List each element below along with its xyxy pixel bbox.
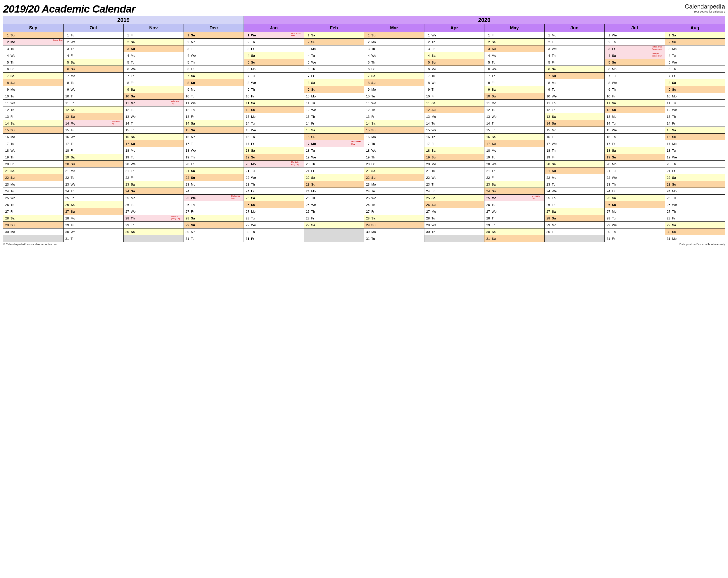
- day-cell: 2 Su: [304, 39, 364, 46]
- day-cell: 14 Sa: [184, 120, 244, 127]
- day-cell: 10 Mo: [665, 93, 725, 100]
- day-cell: 21 Su: [544, 167, 605, 174]
- page-title: 2019/20 Academic Calendar: [3, 3, 135, 15]
- day-cell: 30 Tu: [544, 229, 605, 235]
- day-cell: 15 Fr: [124, 127, 184, 134]
- day-cell: 9 Sa: [124, 86, 184, 93]
- day-cell: 31 Tu: [184, 235, 244, 242]
- day-cell: 11 Sa: [424, 100, 485, 106]
- day-cell: 21 Sa: [184, 167, 244, 174]
- day-cell: 13 Mo: [244, 113, 304, 120]
- day-cell: 23 Sa: [124, 181, 184, 188]
- day-cell: 13 Mo: [424, 113, 485, 120]
- day-cell: 24 We: [544, 188, 605, 194]
- day-cell: 25 We: [364, 194, 424, 201]
- day-cell: 18 We: [364, 147, 424, 154]
- day-cell: 4 Mo: [124, 52, 184, 59]
- day-cell: 21 Th: [485, 167, 545, 174]
- day-cell: [544, 235, 605, 242]
- day-cell: 21 Fr: [304, 167, 364, 174]
- day-cell: 16 Tu: [544, 134, 605, 140]
- day-cell: 9 Th: [424, 86, 485, 93]
- day-cell: 9 Th: [244, 86, 304, 93]
- day-cell: 13 Fr: [184, 113, 244, 120]
- month-header: Mar: [364, 24, 424, 32]
- day-cell: 19 We: [665, 154, 725, 161]
- day-cell: 7 Tu: [424, 73, 485, 79]
- day-cell: 19 Th: [184, 154, 244, 161]
- day-cell: 1 Sa: [304, 32, 364, 39]
- day-cell: 14 Tu: [244, 120, 304, 127]
- day-cell: 1 Su: [364, 32, 424, 39]
- day-cell: 17 Fr: [605, 140, 665, 147]
- day-cell: 4 SaIndepen-dence Day: [605, 52, 665, 59]
- day-cell: 9 Th: [605, 86, 665, 93]
- day-cell: 4 Th: [544, 52, 605, 59]
- day-cell: 12 Th: [364, 106, 424, 113]
- day-cell: 22 Su: [3, 174, 63, 181]
- day-cell: 31 Tu: [364, 235, 424, 242]
- day-cell: 22 Fr: [124, 174, 184, 181]
- day-cell: 25 Th: [544, 194, 605, 201]
- day-cell: 9 Su: [304, 86, 364, 93]
- day-cell: 9 Mo: [364, 86, 424, 93]
- month-header: Jul: [605, 24, 665, 32]
- day-cell: 23 Th: [605, 181, 665, 188]
- day-cell: 28 Tu: [424, 215, 485, 222]
- day-cell: 29 Su: [364, 222, 424, 229]
- month-header: Feb: [304, 24, 364, 32]
- day-cell: 16 Th: [244, 134, 304, 140]
- day-cell: 28 Sa: [364, 215, 424, 222]
- day-cell: 7 Th: [485, 73, 545, 79]
- day-cell: 16 We: [63, 134, 124, 140]
- day-cell: 3 Tu: [3, 46, 63, 52]
- day-cell: 12 Tu: [124, 106, 184, 113]
- day-cell: 6 Mo: [424, 66, 485, 73]
- day-cell: 31 Su: [485, 235, 545, 242]
- day-cell: 14 Sa: [3, 120, 63, 127]
- day-cell: 23 Su: [304, 181, 364, 188]
- day-cell: 24 Fr: [605, 188, 665, 194]
- day-cell: 16 Sa: [485, 134, 545, 140]
- day-cell: 12 Th: [184, 106, 244, 113]
- day-cell: 7 Fr: [304, 73, 364, 79]
- day-cell: 28 Fr: [304, 215, 364, 222]
- day-cell: 19 Fr: [544, 154, 605, 161]
- day-cell: 13 Fr: [364, 113, 424, 120]
- day-cell: 29 Su: [3, 222, 63, 229]
- day-cell: 25 Sa: [244, 194, 304, 201]
- day-cell: 7 Fr: [665, 73, 725, 79]
- day-cell: 20 Fr: [364, 161, 424, 167]
- day-cell: 5 Th: [364, 59, 424, 66]
- day-cell: 16 Su: [665, 134, 725, 140]
- day-cell: 19 Su: [424, 154, 485, 161]
- day-cell: 17 Su: [124, 140, 184, 147]
- day-cell: 8 We: [424, 79, 485, 86]
- day-cell: 18 We: [3, 147, 63, 154]
- day-cell: 27 Su: [63, 208, 124, 215]
- day-cell: 31 Fr: [605, 235, 665, 242]
- day-cell: 7 Mo: [63, 73, 124, 79]
- day-cell: 14 Th: [124, 120, 184, 127]
- day-cell: 20 Fr: [3, 161, 63, 167]
- day-cell: 7 Sa: [3, 73, 63, 79]
- day-cell: 17 Su: [485, 140, 545, 147]
- day-cell: 3 Fr: [244, 46, 304, 52]
- month-header: Oct: [63, 24, 124, 32]
- day-cell: 16 Mo: [364, 134, 424, 140]
- month-header: Jun: [544, 24, 605, 32]
- day-cell: 6 Mo: [244, 66, 304, 73]
- year-header: 2019: [3, 16, 244, 24]
- day-cell: [304, 229, 364, 235]
- day-cell: 21 Tu: [605, 167, 665, 174]
- day-cell: 2 Th: [605, 39, 665, 46]
- day-cell: 15 Sa: [665, 127, 725, 134]
- day-cell: 21 Tu: [424, 167, 485, 174]
- day-cell: 29 Su: [184, 222, 244, 229]
- day-cell: 27 Sa: [544, 208, 605, 215]
- day-cell: 28 Su: [544, 215, 605, 222]
- day-cell: 14 Fr: [304, 120, 364, 127]
- day-cell: 28 Tu: [605, 215, 665, 222]
- day-cell: 27 Fr: [184, 208, 244, 215]
- day-cell: 16 Th: [605, 134, 665, 140]
